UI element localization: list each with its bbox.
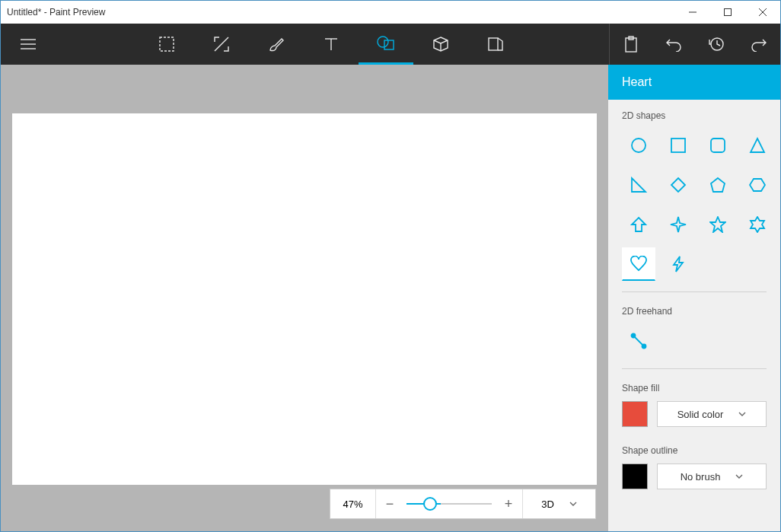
select-icon [159, 37, 174, 52]
chevron-down-icon [735, 473, 743, 480]
redo-button[interactable] [738, 24, 780, 65]
svg-point-19 [632, 139, 646, 152]
shape-heart[interactable] [622, 247, 655, 281]
svg-marker-25 [711, 178, 725, 192]
view-3d-label: 3D [541, 499, 554, 510]
panel-title: Heart [608, 65, 780, 100]
menu-button[interactable] [1, 39, 56, 49]
minimize-button[interactable] [675, 1, 710, 24]
shape-square[interactable] [661, 129, 695, 162]
svg-rect-21 [711, 139, 725, 152]
pentagon-icon [709, 177, 726, 193]
close-button[interactable] [745, 1, 780, 24]
shape-triangle[interactable] [741, 129, 774, 162]
fill-color-swatch[interactable] [622, 401, 648, 427]
zoom-percent[interactable]: 47% [330, 489, 376, 518]
tool-shapes[interactable] [359, 24, 413, 65]
svg-point-12 [378, 37, 388, 47]
tool-stickers[interactable] [468, 24, 523, 65]
star6-icon [749, 216, 766, 233]
canvas-area: 47% − + 3D [1, 65, 608, 531]
undo-icon [665, 37, 682, 52]
svg-marker-30 [751, 217, 764, 232]
outline-mode-dropdown[interactable]: No brush [657, 464, 767, 489]
svg-point-33 [642, 345, 646, 349]
tool-select[interactable] [139, 24, 194, 65]
crop-icon [213, 36, 230, 53]
brush-icon [268, 36, 285, 53]
shapes-icon [377, 36, 395, 51]
svg-point-32 [632, 334, 636, 338]
view-3d-toggle[interactable]: 3D [522, 489, 595, 518]
svg-line-34 [635, 337, 642, 345]
star5-icon [709, 216, 726, 233]
svg-line-8 [215, 37, 228, 51]
fill-mode-dropdown[interactable]: Solid color [657, 401, 767, 427]
shape-5-star[interactable] [701, 208, 735, 241]
undo-button[interactable] [652, 24, 695, 65]
history-button[interactable] [695, 24, 738, 65]
section-2d-freehand-title: 2D freehand [622, 306, 767, 317]
freehand-icon [630, 333, 647, 349]
hamburger-icon [21, 39, 36, 49]
svg-rect-15 [489, 38, 498, 50]
svg-rect-11 [384, 40, 394, 49]
window-title: Untitled* - Paint Preview [7, 7, 675, 18]
shape-arrow[interactable] [622, 208, 655, 241]
lightning-icon [670, 256, 687, 272]
paste-icon [623, 36, 639, 53]
diamond-icon [670, 177, 687, 193]
canvas[interactable] [12, 113, 597, 485]
arrow-up-icon [630, 216, 647, 233]
zoom-out-button[interactable]: − [376, 489, 403, 518]
outline-color-swatch[interactable] [622, 464, 648, 489]
svg-marker-29 [710, 217, 725, 232]
shape-diamond[interactable] [661, 168, 695, 202]
chevron-down-icon [569, 500, 577, 508]
shape-circle[interactable] [622, 129, 655, 162]
tool-3d-objects[interactable] [413, 24, 468, 65]
outline-mode-label: No brush [681, 471, 721, 483]
window-controls [675, 1, 780, 24]
svg-marker-31 [674, 256, 683, 272]
titlebar: Untitled* - Paint Preview [1, 1, 780, 24]
shape-right-triangle[interactable] [622, 168, 655, 202]
star4-icon [670, 216, 687, 233]
chevron-down-icon [738, 410, 746, 418]
shape-freehand-line[interactable] [622, 324, 655, 358]
circle-icon [630, 137, 647, 154]
shape-lightning[interactable] [661, 247, 695, 281]
svg-marker-28 [671, 217, 686, 232]
history-icon [708, 36, 725, 53]
shape-pentagon[interactable] [701, 168, 735, 202]
section-shape-fill-title: Shape fill [622, 383, 767, 393]
svg-marker-24 [671, 178, 685, 192]
shape-hexagon[interactable] [741, 168, 774, 202]
svg-rect-1 [725, 9, 732, 16]
svg-rect-7 [160, 37, 174, 51]
shape-6-star[interactable] [741, 208, 774, 241]
redo-icon [751, 37, 767, 52]
shapes-grid [622, 129, 767, 281]
text-icon [324, 37, 339, 52]
rounded-square-icon [709, 137, 726, 154]
section-shape-outline-title: Shape outline [622, 445, 767, 456]
svg-rect-16 [626, 38, 636, 52]
shape-rounded-square[interactable] [701, 129, 735, 162]
triangle-icon [749, 137, 766, 154]
section-2d-shapes-title: 2D shapes [622, 110, 767, 121]
right-triangle-icon [630, 177, 647, 193]
tool-crop[interactable] [194, 24, 249, 65]
shape-4-star[interactable] [661, 208, 695, 241]
fill-mode-label: Solid color [677, 409, 724, 420]
maximize-button[interactable] [710, 1, 745, 24]
tool-text[interactable] [304, 24, 359, 65]
side-panel: Heart 2D shapes 2D freeha [608, 65, 780, 531]
paste-button[interactable] [610, 24, 652, 65]
zoom-in-button[interactable]: + [495, 489, 522, 518]
tool-brush[interactable] [249, 24, 304, 65]
svg-rect-20 [671, 139, 685, 152]
svg-marker-23 [632, 178, 646, 192]
svg-marker-27 [632, 218, 646, 231]
zoom-slider[interactable] [403, 489, 495, 518]
